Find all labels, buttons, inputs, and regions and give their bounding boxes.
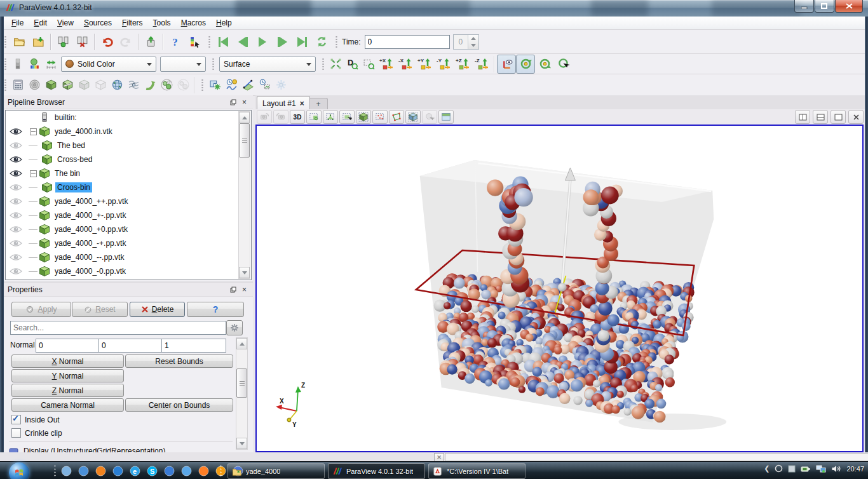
scroll-down-icon[interactable] <box>239 267 250 278</box>
scroll-up-icon[interactable] <box>236 338 247 349</box>
glyph-button[interactable] <box>109 77 125 93</box>
explorer-window-icon[interactable] <box>78 465 89 476</box>
set-view-minus-z-button[interactable]: -Z <box>472 56 491 72</box>
menu-edit[interactable]: Edit <box>29 17 52 29</box>
normal-x-field[interactable] <box>36 339 100 353</box>
taskbar-button-yade-4000[interactable]: yade_4000 <box>227 463 325 479</box>
taskbar-button-paraview-4-0-1-32-bit[interactable]: ParaView 4.0.1 32-bit <box>328 463 425 479</box>
plot-selection-over-time-button[interactable] <box>256 77 273 93</box>
pipeline-scrollbar[interactable] <box>238 111 250 279</box>
network-icon[interactable] <box>816 465 826 473</box>
display-section-header[interactable]: Display (UnstructuredGridRepresentation) <box>9 442 233 452</box>
pipeline-item-yade-4000-pp-vtk[interactable]: yade_4000_-+.pp.vtk <box>6 236 251 250</box>
menu-file[interactable]: File <box>6 17 29 29</box>
color-component-combo[interactable] <box>160 57 206 72</box>
scroll-up-icon[interactable] <box>239 112 250 123</box>
zoom-to-data-button[interactable]: D <box>344 56 360 72</box>
loop-button[interactable] <box>312 32 331 51</box>
set-view-minus-x-button[interactable]: -X <box>396 56 415 72</box>
y-normal-button[interactable]: Y Normal <box>11 369 124 382</box>
pipeline-item-builtin-[interactable]: builtin: <box>6 111 251 125</box>
color-by-combo[interactable]: Solid Color <box>61 57 156 72</box>
toggle-color-legend-button[interactable] <box>10 56 26 72</box>
previous-frame-button[interactable] <box>233 32 252 51</box>
help-button[interactable]: ? <box>166 32 185 51</box>
show-orientation-axes-button[interactable] <box>497 55 516 74</box>
visibility-eye-icon[interactable] <box>10 267 22 276</box>
zoom-to-box-button[interactable] <box>360 56 377 72</box>
threshold-button[interactable] <box>76 77 92 93</box>
taskbar-grip[interactable] <box>53 464 57 477</box>
pipeline-item-croos-bin[interactable]: Croos-bin <box>6 180 251 194</box>
last-frame-button[interactable] <box>292 32 311 51</box>
menu-sources[interactable]: Sources <box>79 17 117 29</box>
pipeline-item-yade-4000-0-pp-vtk[interactable]: yade_4000_+0.pp.vtk <box>6 222 251 236</box>
minimize-button[interactable] <box>794 0 814 13</box>
search-options-button[interactable] <box>226 320 243 335</box>
visibility-eye-icon[interactable] <box>10 225 22 234</box>
visibility-eye-icon[interactable] <box>10 155 22 164</box>
plot-over-time-button[interactable] <box>223 77 240 93</box>
background-window-close-icon[interactable]: ✕ <box>434 453 444 462</box>
show-center-axes-button[interactable] <box>516 55 535 74</box>
delete-button[interactable]: Delete <box>130 302 185 317</box>
first-frame-button[interactable] <box>214 32 233 51</box>
view-options-button[interactable] <box>438 110 454 124</box>
open-file-button[interactable] <box>10 32 29 51</box>
center-on-bounds-button[interactable]: Center on Bounds <box>125 398 233 412</box>
extract-subset-button[interactable] <box>92 77 109 93</box>
browser-icon[interactable] <box>180 465 192 476</box>
close-view-icon[interactable] <box>848 110 864 124</box>
warp-by-vector-button[interactable] <box>142 77 158 93</box>
pipeline-item-the-bin[interactable]: The bin <box>6 166 251 180</box>
titlebar[interactable]: ParaView 4.0.1 32-bit <box>0 0 868 17</box>
stream-tracer-button[interactable] <box>125 77 142 93</box>
select-cells-polygon-button[interactable] <box>372 110 388 124</box>
next-frame-button[interactable] <box>273 32 292 51</box>
taskbar-grip[interactable] <box>219 464 222 477</box>
pipeline-item-yade-4000-pp-vtk[interactable]: yade_4000_--.pp.vtk <box>6 250 251 264</box>
tree-collapse-icon[interactable] <box>30 128 37 135</box>
slice-button[interactable] <box>59 77 76 93</box>
server-disconnect-button[interactable] <box>72 32 92 51</box>
dropbox-icon[interactable] <box>112 465 123 476</box>
pipeline-item-yade-4000-pp-vtk[interactable]: yade_4000_+-.pp.vtk <box>6 208 251 222</box>
mode-3d-button[interactable]: 3D <box>290 110 305 124</box>
maximize-button[interactable] <box>815 0 834 13</box>
reset-center-button[interactable] <box>535 55 554 74</box>
scroll-down-icon[interactable] <box>236 438 247 449</box>
tab-close-icon[interactable]: × <box>300 99 304 108</box>
battery-icon[interactable] <box>801 465 811 473</box>
plot-over-line-button[interactable] <box>240 77 256 93</box>
select-points-through-button[interactable] <box>356 110 371 124</box>
crinkle-clip-checkbox[interactable]: Crinkle clip <box>11 428 62 438</box>
camera-normal-button[interactable]: Camera Normal <box>11 398 124 412</box>
skype-icon[interactable]: S <box>146 465 158 476</box>
visibility-eye-icon[interactable] <box>10 127 22 136</box>
select-points-on-button[interactable] <box>323 110 338 124</box>
search-input[interactable] <box>10 321 226 335</box>
redo-button[interactable] <box>116 32 135 51</box>
close-button[interactable] <box>835 0 863 13</box>
undo-button[interactable] <box>97 32 116 51</box>
visibility-eye-icon[interactable] <box>10 141 22 150</box>
show-desktop-icon[interactable] <box>60 465 72 476</box>
start-button[interactable] <box>9 462 29 479</box>
normal-z-field[interactable] <box>161 339 226 353</box>
select-points-polygon-button[interactable] <box>389 110 404 124</box>
taskbar-clock[interactable]: 20:47 <box>846 465 864 473</box>
set-view-plusminus-y-button[interactable]: +Y <box>415 56 434 72</box>
normal-y-field[interactable] <box>98 339 163 353</box>
scroll-thumb[interactable] <box>236 368 247 398</box>
pipeline-item-the-bed[interactable]: The bed <box>6 138 251 152</box>
edit-color-map-button[interactable] <box>26 56 43 72</box>
media-player-icon[interactable] <box>163 465 175 476</box>
play-button[interactable] <box>253 32 272 51</box>
server-connect-button[interactable] <box>53 32 72 51</box>
inside-out-checkbox[interactable]: Inside Out <box>11 415 60 424</box>
rescale-to-data-range-button[interactable] <box>43 56 59 72</box>
tree-collapse-icon[interactable] <box>30 170 37 177</box>
set-view-minus-y-button[interactable]: -Y <box>434 56 453 72</box>
frame-spinbox[interactable]: 0 <box>453 34 480 50</box>
pipeline-item-cross-bed[interactable]: Cross-bed <box>6 152 251 166</box>
